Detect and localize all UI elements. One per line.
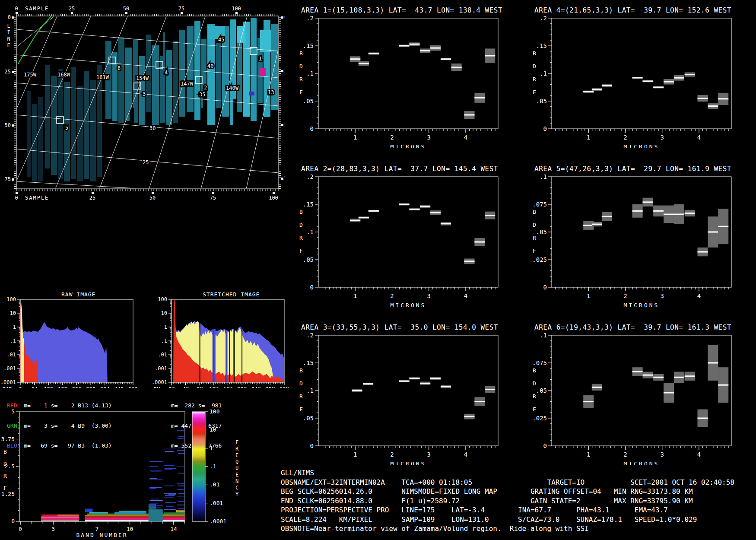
svg-text:6: 6 [118,65,121,71]
svg-text:SAMPLE: SAMPLE [25,6,49,12]
metadata-line-obsname: OBSNAME/EXT=32INTERMIN02A TCA=+000 01:18… [281,478,734,487]
io-map-projection: 0255075100SAMPLE0255075100SAMPLE02550750… [0,0,285,203]
svg-text:.1: .1 [306,387,314,394]
svg-text:B: B [299,209,303,215]
svg-text:24K: 24K [251,386,261,388]
io-map-panel: 0255075100SAMPLE0255075100SAMPLE02550750… [0,0,285,203]
svg-text:25: 25 [69,6,75,12]
svg-text:MICRONS: MICRONS [624,143,660,148]
svg-text:0: 0 [543,442,547,449]
svg-text:10: 10 [161,310,167,316]
svg-text:75: 75 [284,175,285,181]
svg-text:100: 100 [210,408,219,415]
svg-text:MICRONS: MICRONS [624,302,660,307]
svg-text:F: F [533,406,536,413]
svg-text:E: E [285,42,285,48]
svg-text:.0001: .0001 [210,518,226,524]
svg-text:.001: .001 [3,365,16,372]
svg-text:3: 3 [51,526,55,532]
svg-text:E: E [235,452,238,458]
svg-text:4: 4 [697,292,701,299]
svg-text:F: F [533,248,536,254]
area-4-spectrum-panel: AREA 4=(21,65,3,3) LAT= 39.7 LON= 152.6 … [529,3,734,148]
svg-text:RAD.: RAD. [3,386,15,388]
svg-text:13: 13 [268,89,274,95]
svg-text:64: 64 [31,386,37,388]
svg-text:1: 1 [164,324,167,330]
svg-text:D: D [533,222,536,228]
svg-text:.15: .15 [303,359,314,366]
svg-text:0: 0 [310,125,314,132]
area-1-spectrum-plot: .2.15.1.0501234MICRONSBDRF [296,3,501,148]
svg-text:3: 3 [143,91,146,97]
svg-text:25: 25 [5,69,11,75]
svg-text:1: 1 [210,445,213,451]
svg-text:1: 1 [353,451,357,458]
svg-text:0: 0 [19,386,22,388]
svg-text:20K: 20K [237,386,247,388]
svg-text:3: 3 [427,134,431,141]
svg-text:0: 0 [284,14,285,20]
svg-text:2: 2 [623,292,627,299]
svg-text:192: 192 [58,386,67,388]
svg-text:1: 1 [587,134,590,141]
svg-text:28K: 28K [266,386,275,388]
bdrf-band-histogram-plot: 53.752.51.2500371014BAND NUMBERBDRF10010… [0,406,255,540]
area-4-spectrum-plot: .2.15.1.0501234MICRONSBDRF [529,3,734,148]
svg-text:.05: .05 [536,98,547,105]
svg-text:.075: .075 [532,359,547,366]
svg-text:MICRONS: MICRONS [391,143,426,148]
svg-text:F: F [299,89,303,95]
svg-text:SAMPLE: SAMPLE [25,195,49,201]
svg-text:.01: .01 [6,352,16,358]
svg-text:.05: .05 [303,415,314,422]
svg-text:.05: .05 [303,98,314,105]
svg-text:12K: 12K [209,386,219,388]
svg-text:2: 2 [623,134,627,141]
metadata-line-end-sclk: END SCLK=06256014.88.0 F(1 u)=2589.72 GA… [281,496,734,506]
svg-text:D: D [299,63,303,70]
svg-text:R: R [533,76,536,83]
svg-text:L: L [285,23,285,29]
svg-text:.025: .025 [532,256,547,263]
stretched-histogram-title: STRETCHED IMAGE [203,291,260,298]
svg-text:0: 0 [19,526,22,532]
svg-text:.15: .15 [536,42,547,49]
svg-text:.1: .1 [540,332,547,339]
svg-text:16K: 16K [223,386,233,388]
svg-text:MICRONS: MICRONS [391,302,426,307]
svg-text:1: 1 [587,451,590,458]
svg-text:I: I [285,29,285,35]
svg-text:168W: 168W [57,72,70,78]
svg-text:384: 384 [100,386,110,388]
svg-text:.001: .001 [210,500,223,506]
svg-text:3: 3 [427,292,431,299]
svg-text:35: 35 [199,92,205,98]
svg-text:MICRONS: MICRONS [391,461,426,465]
svg-text:R: R [533,235,536,241]
svg-text:F: F [299,406,303,413]
svg-text:0: 0 [310,284,314,291]
area-5-spectrum-plot: .1.075.05.02501234MICRONSBDRF [529,162,734,307]
svg-text:.15: .15 [303,42,314,49]
svg-text:D: D [533,380,536,387]
svg-text:256: 256 [72,386,82,388]
svg-text:2: 2 [623,451,627,458]
svg-text:0: 0 [543,284,547,291]
svg-text:L: L [7,23,10,29]
area-5-title: AREA 5=(47,26,3,3) LAT= 29.7 LON= 161.9 … [534,165,731,173]
metadata-line-beg-sclk: BEG SCLK=06256014.26.0 NIMSMODE=FIXED LO… [281,487,734,496]
area-6-title: AREA 6=(19,43,3,3) LAT= 39.7 LON= 161.3 … [534,323,731,331]
gll-nims-analysis-screen: { "map": { "sample_label": "SAMPLE", "li… [0,0,756,540]
svg-text:5: 5 [11,408,15,415]
raw-histogram-plot: 100101.1.01.001.000106412819225632038444… [0,290,143,388]
svg-text:50: 50 [284,122,285,128]
svg-text:R: R [533,393,536,400]
svg-text:50: 50 [123,6,129,12]
svg-text:4K: 4K [182,386,189,388]
svg-text:147W: 147W [181,81,194,87]
area-2-spectrum-plot: .2.15.1.0501234MICRONSBDRF [296,162,501,307]
svg-text:0: 0 [543,125,547,132]
svg-text:2: 2 [390,292,394,299]
svg-text:2: 2 [390,451,394,458]
